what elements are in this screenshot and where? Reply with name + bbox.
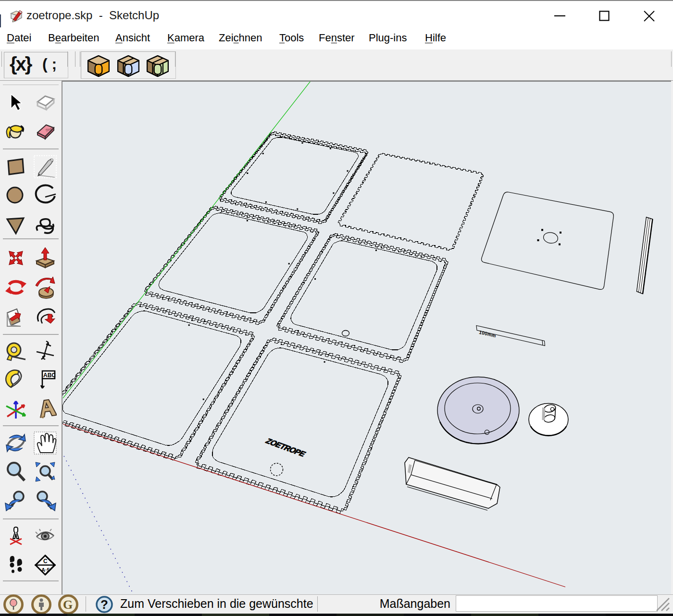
svg-text:?: ? <box>100 597 108 612</box>
svg-text:C: C <box>43 558 48 565</box>
svg-text:A·5: A·5 <box>41 567 50 573</box>
svg-text:ZOETROPE: ZOETROPE <box>263 437 308 458</box>
svg-text:ABC: ABC <box>43 372 56 379</box>
svg-text:100mm: 100mm <box>479 330 497 339</box>
svg-text:G: G <box>63 598 73 612</box>
